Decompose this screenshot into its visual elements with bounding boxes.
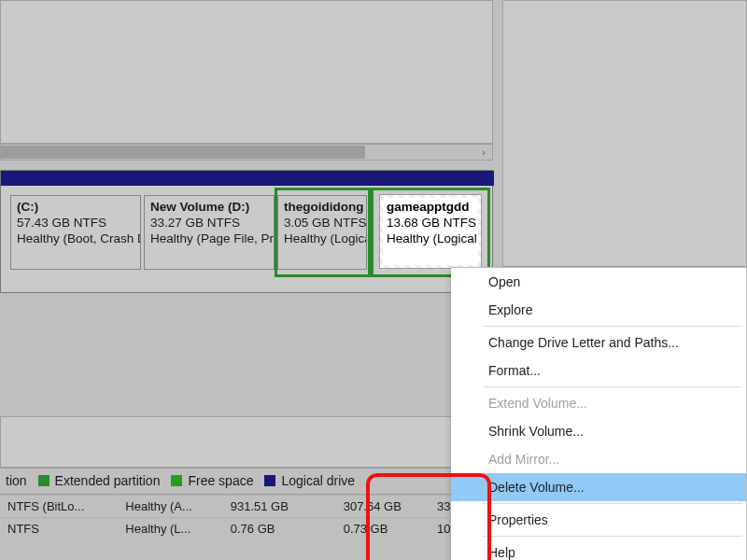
legend-swatch-extended xyxy=(38,475,49,486)
scrollbar-right-arrow[interactable]: › xyxy=(475,145,492,160)
legend-truncated-text: tion xyxy=(6,473,27,488)
menu-shrink-volume[interactable]: Shrink Volume... xyxy=(451,417,746,445)
cell-fs: NTFS (BitLo... xyxy=(0,496,118,518)
menu-explore[interactable]: Explore xyxy=(451,296,746,324)
partition-d[interactable]: New Volume (D:) 33.27 GB NTFS Healthy (P… xyxy=(144,195,275,270)
legend-free-label: Free space xyxy=(188,473,253,488)
cell-free: 0.73 GB xyxy=(336,518,430,540)
menu-open[interactable]: Open xyxy=(451,268,746,296)
cell-health: Healthy (L... xyxy=(118,518,222,540)
partition-e-size: 3.05 GB NTFS xyxy=(284,216,360,231)
partition-d-status: Healthy (Page File, Primary Partition) xyxy=(150,231,268,247)
menu-change-drive-letter[interactable]: Change Drive Letter and Paths... xyxy=(451,329,746,357)
spacer-panel xyxy=(0,416,493,469)
partition-d-title: New Volume (D:) xyxy=(150,200,268,216)
partition-f-size: 13.68 GB NTFS xyxy=(387,216,474,231)
menu-separator xyxy=(483,386,742,387)
cell-cap: 931.51 GB xyxy=(223,496,317,518)
menu-properties[interactable]: Properties xyxy=(451,506,746,534)
legend-swatch-logical xyxy=(264,475,275,486)
partition-thegoididong[interactable]: thegoididong 3.05 GB NTFS Healthy (Logic… xyxy=(277,195,367,270)
partition-gameapptgdd[interactable]: gameapptgdd 13.68 GB NTFS Healthy (Logic… xyxy=(379,194,482,269)
context-menu: Open Explore Change Drive Letter and Pat… xyxy=(451,267,747,560)
scrollbar-thumb[interactable] xyxy=(1,146,365,159)
legend-logical-label: Logical drive xyxy=(281,473,355,488)
cell-fs: NTFS xyxy=(0,518,118,540)
partition-d-size: 33.27 GB NTFS xyxy=(150,216,268,231)
partition-c-size: 57.43 GB NTFS xyxy=(17,216,134,231)
partition-c-status: Healthy (Boot, Crash Dump, Primary Parti… xyxy=(17,231,134,247)
disk-header-bar xyxy=(1,171,494,186)
volume-list-table: NTFS (BitLo... Healthy (A... 931.51 GB 3… xyxy=(0,495,493,539)
horizontal-scrollbar[interactable]: › xyxy=(0,144,493,161)
partition-c[interactable]: (C:) 57.43 GB NTFS Healthy (Boot, Crash … xyxy=(10,195,141,270)
menu-delete-volume[interactable]: Delete Volume... xyxy=(451,473,746,501)
partition-e-status: Healthy (Logical Drive) xyxy=(284,231,360,247)
menu-add-mirror: Add Mirror... xyxy=(451,445,746,473)
table-row[interactable]: NTFS Healthy (L... 0.76 GB 0.73 GB 100 % xyxy=(0,518,493,540)
partition-f-title: gameapptgdd xyxy=(387,200,474,216)
cell-health: Healthy (A... xyxy=(118,496,222,518)
partition-e-title: thegoididong xyxy=(284,200,360,216)
menu-format[interactable]: Format... xyxy=(451,357,746,385)
scrollbar-track[interactable] xyxy=(1,145,475,160)
partition-f-status: Healthy (Logical Drive) xyxy=(387,231,474,247)
legend-bar: tion Extended partition Free space Logic… xyxy=(0,467,493,495)
partition-c-title: (C:) xyxy=(17,200,134,216)
menu-extend-volume: Extend Volume... xyxy=(451,389,746,417)
menu-help[interactable]: Help xyxy=(451,539,746,560)
menu-separator xyxy=(483,503,742,504)
right-side-panel xyxy=(502,0,747,267)
menu-separator xyxy=(483,536,742,537)
cell-free: 307.64 GB xyxy=(336,496,430,518)
upper-blank-panel xyxy=(0,0,493,144)
menu-separator xyxy=(483,326,742,327)
cell-cap: 0.76 GB xyxy=(223,518,317,540)
legend-swatch-free xyxy=(171,475,182,486)
table-row[interactable]: NTFS (BitLo... Healthy (A... 931.51 GB 3… xyxy=(0,496,493,518)
legend-extended-label: Extended partition xyxy=(55,473,161,488)
